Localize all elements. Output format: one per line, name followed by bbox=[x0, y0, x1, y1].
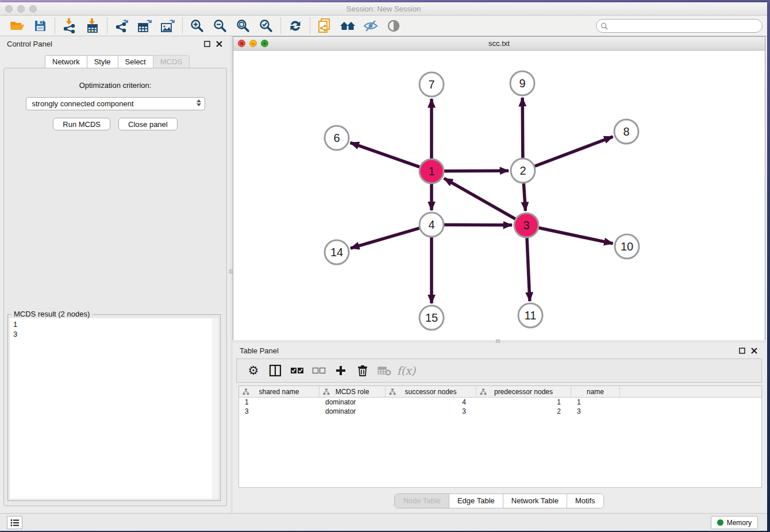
column-header-successor-nodes[interactable]: successor nodes bbox=[386, 386, 476, 397]
node-4[interactable]: 4 bbox=[419, 213, 444, 237]
node-11[interactable]: 11 bbox=[518, 303, 542, 327]
zoom-fit-icon[interactable] bbox=[232, 17, 255, 35]
control-panel-tabs: NetworkStyleSelectMCDS bbox=[45, 55, 190, 69]
float-panel-icon[interactable] bbox=[204, 41, 210, 47]
export-network-icon[interactable] bbox=[110, 17, 133, 35]
edge-4-3[interactable] bbox=[444, 225, 512, 225]
result-scrollbar[interactable] bbox=[212, 318, 218, 499]
node-2[interactable]: 2 bbox=[511, 159, 535, 183]
network-window-title: scc.txt bbox=[233, 39, 765, 48]
import-table-icon[interactable] bbox=[81, 17, 104, 35]
run-mcds-button[interactable]: Run MCDS bbox=[53, 118, 110, 130]
deselect-all-columns-icon[interactable] bbox=[309, 361, 329, 380]
node-10[interactable]: 10 bbox=[615, 234, 639, 259]
cell-MCDS-role[interactable]: dominator bbox=[319, 398, 386, 407]
float-panel-icon[interactable] bbox=[739, 348, 745, 354]
node-9[interactable]: 9 bbox=[510, 71, 534, 95]
hierarchy-icon bbox=[480, 388, 487, 395]
node-8[interactable]: 8 bbox=[614, 119, 638, 144]
node-6[interactable]: 6 bbox=[325, 126, 349, 150]
show-columns-icon[interactable] bbox=[265, 361, 285, 380]
task-list-icon bbox=[10, 519, 20, 527]
search-input[interactable] bbox=[611, 22, 762, 30]
tab-mcds[interactable]: MCDS bbox=[153, 55, 190, 69]
edge-3-1[interactable] bbox=[444, 178, 515, 219]
cell-successor-nodes[interactable]: 4 bbox=[386, 398, 476, 407]
save-session-icon[interactable] bbox=[29, 17, 52, 35]
optimization-criterion-select[interactable]: strongly connected component bbox=[26, 97, 205, 110]
network-overview-icon[interactable] bbox=[336, 17, 359, 35]
close-panel-icon[interactable] bbox=[751, 348, 757, 354]
toolbar-separator bbox=[310, 18, 310, 34]
svg-text:2: 2 bbox=[519, 164, 526, 177]
node-14[interactable]: 14 bbox=[325, 240, 349, 264]
refresh-icon[interactable] bbox=[284, 17, 307, 35]
table-panel-title: Table Panel bbox=[240, 346, 279, 355]
cell-shared-name[interactable]: 1 bbox=[239, 398, 319, 407]
edge-3-10[interactable] bbox=[539, 228, 613, 244]
column-header-MCDS-role[interactable]: MCDS role bbox=[319, 386, 386, 397]
column-header-predecessor-nodes[interactable]: predecessor nodes bbox=[476, 386, 571, 397]
memory-status-icon bbox=[717, 519, 723, 526]
svg-text:4: 4 bbox=[428, 218, 434, 231]
hide-panels-icon[interactable] bbox=[359, 17, 382, 35]
svg-text:10: 10 bbox=[621, 240, 633, 253]
select-all-columns-icon[interactable] bbox=[287, 361, 307, 380]
task-history-button[interactable] bbox=[7, 516, 22, 529]
zoom-out-icon[interactable] bbox=[209, 17, 232, 35]
edge-1-2[interactable] bbox=[444, 171, 509, 171]
memory-button[interactable]: Memory bbox=[711, 516, 758, 529]
optimization-criterion-label: Optimization criterion: bbox=[4, 81, 226, 90]
delete-column-icon[interactable] bbox=[353, 361, 372, 380]
edge-4-14[interactable] bbox=[351, 228, 419, 248]
tab-network-table[interactable]: Network Table bbox=[503, 494, 567, 508]
network-canvas[interactable]: 1234678910111415 bbox=[233, 51, 765, 340]
zoom-in-icon[interactable] bbox=[186, 17, 209, 35]
tab-motifs[interactable]: Motifs bbox=[567, 494, 603, 508]
open-file-icon[interactable] bbox=[6, 17, 29, 35]
table-row[interactable]: 1dominator411 bbox=[239, 398, 761, 407]
zoom-selected-icon[interactable] bbox=[255, 17, 278, 35]
cell-name[interactable]: 1 bbox=[571, 398, 620, 407]
cell-MCDS-role[interactable]: dominator bbox=[319, 407, 386, 416]
import-network-icon[interactable] bbox=[58, 17, 81, 35]
cell-shared-name[interactable]: 3 bbox=[239, 407, 319, 416]
cell-predecessor-nodes[interactable]: 1 bbox=[476, 398, 571, 407]
mcds-result-list[interactable]: 13 bbox=[10, 318, 218, 499]
tab-node-table[interactable]: Node Table bbox=[395, 494, 449, 508]
column-header-name[interactable]: name bbox=[571, 386, 620, 397]
show-panels-icon[interactable] bbox=[382, 17, 405, 35]
hierarchy-icon bbox=[389, 388, 396, 395]
tab-style[interactable]: Style bbox=[87, 55, 118, 69]
network-window-titlebar[interactable]: ✕ – + scc.txt bbox=[233, 37, 765, 51]
node-15[interactable]: 15 bbox=[419, 306, 444, 330]
edge-1-6[interactable] bbox=[351, 142, 420, 167]
node-1-dominator[interactable]: 1 bbox=[419, 159, 444, 183]
edge-2-3[interactable] bbox=[523, 183, 525, 211]
edge-2-9[interactable] bbox=[522, 98, 523, 158]
tab-edge-table[interactable]: Edge Table bbox=[449, 494, 503, 508]
mcds-panel: Optimization criterion: strongly connect… bbox=[3, 68, 227, 506]
column-header-shared-name[interactable]: shared name bbox=[239, 386, 319, 397]
tab-select[interactable]: Select bbox=[118, 55, 153, 69]
node-3-dominator[interactable]: 3 bbox=[514, 213, 538, 237]
node-table[interactable]: shared nameMCDS rolesuccessor nodesprede… bbox=[238, 385, 762, 488]
export-image-icon[interactable] bbox=[156, 17, 179, 35]
table-row[interactable]: 3dominator323 bbox=[239, 407, 761, 416]
duplicate-network-icon[interactable] bbox=[313, 17, 336, 35]
create-column-icon[interactable] bbox=[331, 361, 351, 380]
optimization-criterion-value: strongly connected component bbox=[32, 99, 134, 108]
network-graph[interactable]: 1234678910111415 bbox=[233, 51, 765, 340]
tab-network[interactable]: Network bbox=[45, 55, 87, 69]
search-field[interactable] bbox=[596, 19, 763, 33]
edge-2-8[interactable] bbox=[535, 137, 613, 166]
close-panel-icon[interactable] bbox=[216, 41, 222, 47]
cell-name[interactable]: 3 bbox=[571, 407, 620, 416]
export-table-icon[interactable] bbox=[133, 17, 156, 35]
cell-successor-nodes[interactable]: 3 bbox=[386, 407, 476, 416]
close-panel-button[interactable]: Close panel bbox=[118, 118, 178, 130]
node-7[interactable]: 7 bbox=[419, 72, 444, 97]
table-settings-icon[interactable]: ⚙ bbox=[244, 361, 263, 380]
edge-3-11[interactable] bbox=[527, 238, 530, 301]
cell-predecessor-nodes[interactable]: 2 bbox=[476, 407, 571, 416]
